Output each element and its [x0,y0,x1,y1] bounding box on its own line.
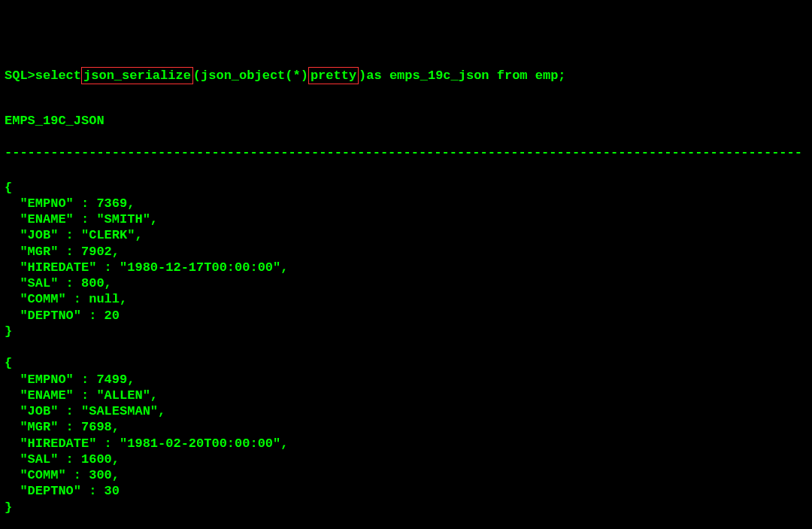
column-header: EMPS_19C_JSON [5,113,807,129]
close-paren: ) [359,68,366,84]
open-paren: ( [193,68,201,84]
sql-prompt-line: SQL> select json_serialize(json_object(*… [5,67,807,84]
highlight-pretty: pretty [308,67,359,84]
json-object-call: json_object(*) [201,68,308,84]
alias-clause: as emps_19c_json from emp; [366,68,565,84]
json-output: { "EMPNO" : 7369, "ENAME" : "SMITH", "JO… [5,180,807,530]
highlight-json-serialize: json_serialize [81,67,193,84]
header-divider: ----------------------------------------… [5,144,807,160]
sql-prompt: SQL> [5,68,35,84]
keyword-select: select [35,68,81,84]
